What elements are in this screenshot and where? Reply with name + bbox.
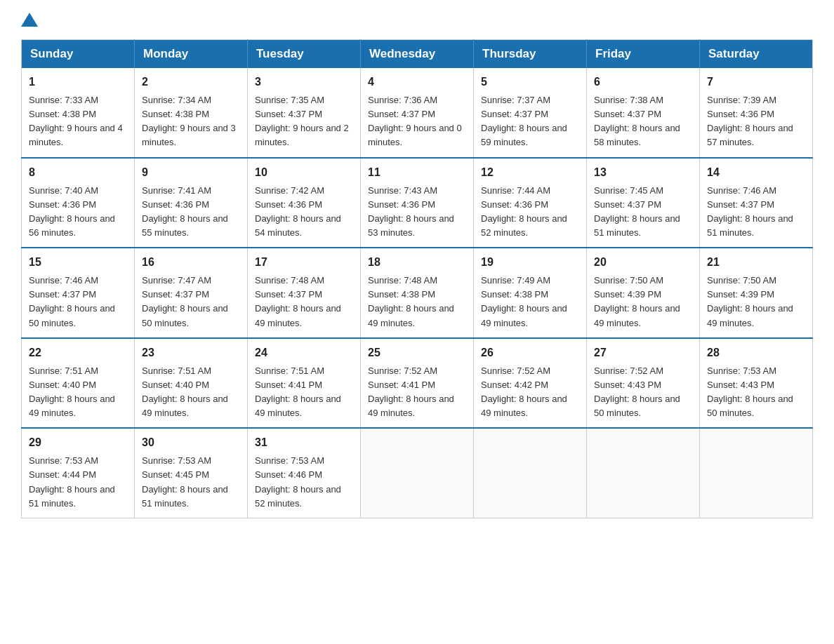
day-number: 24 [255,344,353,361]
day-info: Sunrise: 7:43 AMSunset: 4:36 PMDaylight:… [368,185,454,238]
day-info: Sunrise: 7:47 AMSunset: 4:37 PMDaylight:… [142,275,228,328]
day-info: Sunrise: 7:34 AMSunset: 4:38 PMDaylight:… [142,95,236,147]
calendar-cell: 5 Sunrise: 7:37 AMSunset: 4:37 PMDayligh… [474,68,587,158]
calendar-cell: 4 Sunrise: 7:36 AMSunset: 4:37 PMDayligh… [361,68,474,158]
weekday-header-thursday: Thursday [474,40,587,69]
calendar-cell: 14 Sunrise: 7:46 AMSunset: 4:37 PMDaylig… [700,158,813,248]
calendar-cell: 12 Sunrise: 7:44 AMSunset: 4:36 PMDaylig… [474,158,587,248]
day-info: Sunrise: 7:49 AMSunset: 4:38 PMDaylight:… [481,275,567,328]
logo-triangle-icon [21,13,38,27]
day-number: 21 [707,254,805,271]
day-number: 29 [29,434,127,451]
day-info: Sunrise: 7:51 AMSunset: 4:41 PMDaylight:… [255,365,341,418]
day-info: Sunrise: 7:42 AMSunset: 4:36 PMDaylight:… [255,185,341,238]
calendar-cell: 15 Sunrise: 7:46 AMSunset: 4:37 PMDaylig… [22,248,135,338]
day-number: 19 [481,254,579,271]
calendar-cell [587,428,700,518]
day-info: Sunrise: 7:53 AMSunset: 4:45 PMDaylight:… [142,455,228,508]
day-info: Sunrise: 7:37 AMSunset: 4:37 PMDaylight:… [481,95,567,147]
calendar-cell: 26 Sunrise: 7:52 AMSunset: 4:42 PMDaylig… [474,338,587,429]
day-number: 12 [481,164,579,181]
day-number: 4 [368,74,466,90]
day-number: 13 [594,164,692,181]
day-number: 31 [255,434,353,451]
calendar-cell: 8 Sunrise: 7:40 AMSunset: 4:36 PMDayligh… [22,158,135,248]
day-number: 18 [368,254,466,271]
day-info: Sunrise: 7:40 AMSunset: 4:36 PMDaylight:… [29,185,115,238]
calendar-week-row: 8 Sunrise: 7:40 AMSunset: 4:36 PMDayligh… [22,158,813,248]
calendar-cell: 19 Sunrise: 7:49 AMSunset: 4:38 PMDaylig… [474,248,587,338]
day-info: Sunrise: 7:44 AMSunset: 4:36 PMDaylight:… [481,185,567,238]
day-info: Sunrise: 7:50 AMSunset: 4:39 PMDaylight:… [707,275,793,328]
day-info: Sunrise: 7:51 AMSunset: 4:40 PMDaylight:… [142,365,228,418]
calendar-week-row: 1 Sunrise: 7:33 AMSunset: 4:38 PMDayligh… [22,68,813,158]
day-number: 14 [707,164,805,181]
day-info: Sunrise: 7:48 AMSunset: 4:37 PMDaylight:… [255,275,341,328]
calendar-cell: 31 Sunrise: 7:53 AMSunset: 4:46 PMDaylig… [248,428,361,518]
calendar-cell: 16 Sunrise: 7:47 AMSunset: 4:37 PMDaylig… [135,248,248,338]
calendar-week-row: 15 Sunrise: 7:46 AMSunset: 4:37 PMDaylig… [22,248,813,338]
day-number: 9 [142,164,240,181]
calendar-cell: 17 Sunrise: 7:48 AMSunset: 4:37 PMDaylig… [248,248,361,338]
weekday-header-friday: Friday [587,40,700,69]
day-number: 7 [707,74,805,90]
calendar-cell: 13 Sunrise: 7:45 AMSunset: 4:37 PMDaylig… [587,158,700,248]
calendar-cell [361,428,474,518]
logo-blue-text [21,14,40,28]
weekday-header-wednesday: Wednesday [361,40,474,69]
calendar-cell: 7 Sunrise: 7:39 AMSunset: 4:36 PMDayligh… [700,68,813,158]
calendar-cell: 22 Sunrise: 7:51 AMSunset: 4:40 PMDaylig… [22,338,135,429]
day-number: 11 [368,164,466,181]
weekday-header-saturday: Saturday [700,40,813,69]
day-number: 28 [707,344,805,361]
day-info: Sunrise: 7:39 AMSunset: 4:36 PMDaylight:… [707,95,793,147]
calendar-cell: 9 Sunrise: 7:41 AMSunset: 4:36 PMDayligh… [135,158,248,248]
day-info: Sunrise: 7:35 AMSunset: 4:37 PMDaylight:… [255,95,349,147]
calendar-cell [474,428,587,518]
day-number: 1 [29,74,127,90]
day-number: 26 [481,344,579,361]
calendar-cell: 25 Sunrise: 7:52 AMSunset: 4:41 PMDaylig… [361,338,474,429]
calendar-cell: 18 Sunrise: 7:48 AMSunset: 4:38 PMDaylig… [361,248,474,338]
day-info: Sunrise: 7:53 AMSunset: 4:43 PMDaylight:… [707,365,793,418]
calendar-cell: 2 Sunrise: 7:34 AMSunset: 4:38 PMDayligh… [135,68,248,158]
day-info: Sunrise: 7:36 AMSunset: 4:37 PMDaylight:… [368,95,462,147]
day-info: Sunrise: 7:51 AMSunset: 4:40 PMDaylight:… [29,365,115,418]
day-number: 20 [594,254,692,271]
calendar-cell: 23 Sunrise: 7:51 AMSunset: 4:40 PMDaylig… [135,338,248,429]
calendar-cell: 28 Sunrise: 7:53 AMSunset: 4:43 PMDaylig… [700,338,813,429]
day-info: Sunrise: 7:46 AMSunset: 4:37 PMDaylight:… [707,185,793,238]
day-number: 5 [481,74,579,90]
weekday-header-monday: Monday [135,40,248,69]
day-info: Sunrise: 7:53 AMSunset: 4:46 PMDaylight:… [255,455,341,508]
day-number: 10 [255,164,353,181]
day-number: 22 [29,344,127,361]
calendar-cell: 20 Sunrise: 7:50 AMSunset: 4:39 PMDaylig… [587,248,700,338]
day-info: Sunrise: 7:46 AMSunset: 4:37 PMDaylight:… [29,275,115,328]
logo [21,14,40,28]
calendar-cell: 29 Sunrise: 7:53 AMSunset: 4:44 PMDaylig… [22,428,135,518]
calendar-cell: 10 Sunrise: 7:42 AMSunset: 4:36 PMDaylig… [248,158,361,248]
day-number: 25 [368,344,466,361]
day-info: Sunrise: 7:52 AMSunset: 4:41 PMDaylight:… [368,365,454,418]
day-number: 16 [142,254,240,271]
day-info: Sunrise: 7:52 AMSunset: 4:42 PMDaylight:… [481,365,567,418]
weekday-header-sunday: Sunday [22,40,135,69]
weekday-header-tuesday: Tuesday [248,40,361,69]
calendar-cell: 6 Sunrise: 7:38 AMSunset: 4:37 PMDayligh… [587,68,700,158]
calendar-week-row: 22 Sunrise: 7:51 AMSunset: 4:40 PMDaylig… [22,338,813,429]
calendar-cell: 24 Sunrise: 7:51 AMSunset: 4:41 PMDaylig… [248,338,361,429]
weekday-header-row: SundayMondayTuesdayWednesdayThursdayFrid… [22,40,813,69]
day-number: 3 [255,74,353,90]
calendar-cell: 27 Sunrise: 7:52 AMSunset: 4:43 PMDaylig… [587,338,700,429]
day-info: Sunrise: 7:53 AMSunset: 4:44 PMDaylight:… [29,455,115,508]
day-info: Sunrise: 7:48 AMSunset: 4:38 PMDaylight:… [368,275,454,328]
day-info: Sunrise: 7:52 AMSunset: 4:43 PMDaylight:… [594,365,680,418]
day-number: 17 [255,254,353,271]
day-info: Sunrise: 7:38 AMSunset: 4:37 PMDaylight:… [594,95,680,147]
day-number: 8 [29,164,127,181]
calendar-cell: 11 Sunrise: 7:43 AMSunset: 4:36 PMDaylig… [361,158,474,248]
calendar-week-row: 29 Sunrise: 7:53 AMSunset: 4:44 PMDaylig… [22,428,813,518]
day-info: Sunrise: 7:41 AMSunset: 4:36 PMDaylight:… [142,185,228,238]
calendar-cell: 1 Sunrise: 7:33 AMSunset: 4:38 PMDayligh… [22,68,135,158]
